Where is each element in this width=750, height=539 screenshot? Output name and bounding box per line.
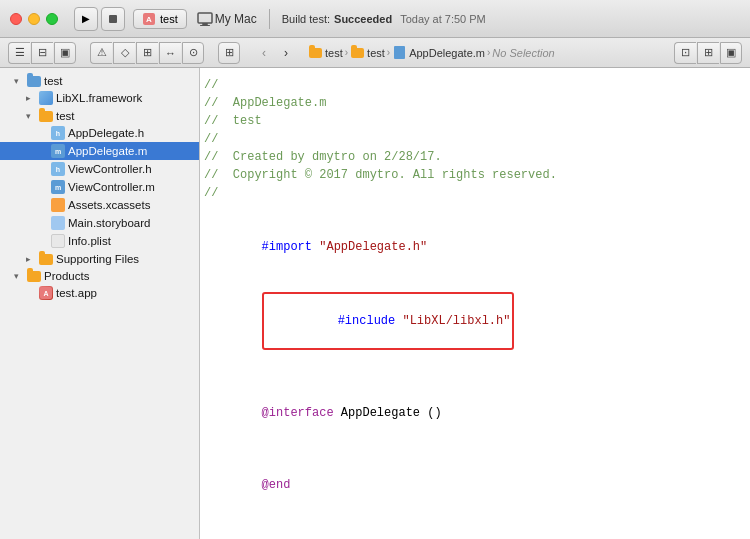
code-line-15 (200, 512, 750, 530)
build-label: Build test: (282, 13, 330, 25)
sidebar-item-storyboard[interactable]: Main.storyboard (0, 214, 199, 232)
disclosure-test-folder (26, 111, 36, 121)
code-line-7: // (200, 184, 750, 202)
folder-yellow-icon (39, 111, 53, 122)
warn-btn[interactable]: ⚠ (90, 42, 112, 64)
run-button[interactable]: ▶ (74, 7, 98, 31)
nav-forward-btn[interactable]: › (276, 43, 296, 63)
sidebar-label-products: Products (44, 270, 89, 282)
sidebar-label-supporting: Supporting Files (56, 253, 139, 265)
build-status-text: Succeeded (334, 13, 392, 25)
scheme-selector[interactable]: A test (133, 9, 187, 29)
breadcrumb-sep-1: › (345, 47, 348, 58)
code-line-6: // Copyright © 2017 dmytro. All rights r… (200, 166, 750, 184)
code-line-3: // test (200, 112, 750, 130)
breakpoint-btn[interactable]: ◇ (113, 42, 135, 64)
code-line-10: #include "LibXL/libxl.h" (200, 274, 750, 368)
sidebar-item-testapp[interactable]: A test.app (0, 284, 199, 302)
view-toggle-group: ⚠ ◇ ⊞ ↔ ⊙ (90, 42, 204, 64)
code-content-15 (200, 512, 750, 530)
sidebar-item-appdelegate-m[interactable]: m AppDelegate.m (0, 142, 199, 160)
storyboard-icon (51, 216, 65, 230)
nav-back-btn[interactable]: ‹ (254, 43, 274, 63)
code-line-8 (200, 202, 750, 220)
minimize-button[interactable] (28, 13, 40, 25)
sidebar-item-infoplist[interactable]: Info.plist (0, 232, 199, 250)
sidebar-label-assets: Assets.xcassets (68, 199, 150, 211)
code-content-9: #import "AppDelegate.h" (200, 220, 750, 274)
m-file-icon-1: m (51, 144, 65, 158)
h-file-icon-2: h (51, 162, 65, 176)
code-editor[interactable]: // // AppDelegate.m // test // // Create… (200, 68, 750, 539)
sidebar-item-test-root[interactable]: test (0, 72, 199, 89)
code-line-5: // Created by dmytro on 2/28/17. (200, 148, 750, 166)
breadcrumb-item-test2[interactable]: test (350, 46, 385, 60)
h-file-icon-1: h (51, 126, 65, 140)
breadcrumb-bar: test › test › AppDelegate.m › No Selecti… (308, 46, 670, 60)
code-line-14: @end (200, 458, 750, 512)
sidebar-item-test-folder[interactable]: test (0, 107, 199, 124)
monitor-icon (197, 11, 213, 27)
maximize-button[interactable] (46, 13, 58, 25)
code-content-2: // AppDelegate.m (200, 94, 750, 112)
show-inspector-btn[interactable]: ⊞ (697, 42, 719, 64)
code-content-11 (200, 368, 750, 386)
device-name: My Mac (215, 12, 257, 26)
code-content-3: // test (200, 112, 750, 130)
toggle-debug-btn[interactable]: ⊟ (31, 42, 53, 64)
toggle-navigator-btn[interactable]: ☰ (8, 42, 30, 64)
main-layout: test LibXL.framework test h AppDelegate.… (0, 68, 750, 539)
sidebar-item-libxl[interactable]: LibXL.framework (0, 89, 199, 107)
sidebar-label-viewcontroller-m: ViewController.m (68, 181, 155, 193)
scheme-name: test (160, 13, 178, 25)
svg-rect-4 (200, 25, 210, 26)
history-btn[interactable]: ⊙ (182, 42, 204, 64)
svg-rect-2 (198, 13, 212, 23)
disclosure-supporting (26, 254, 36, 264)
code-content-7: // (200, 184, 750, 202)
sidebar-item-appdelegate-h[interactable]: h AppDelegate.h (0, 124, 199, 142)
sidebar-item-assets[interactable]: Assets.xcassets (0, 196, 199, 214)
breadcrumb-label-test2: test (367, 47, 385, 59)
sidebar-item-products[interactable]: Products (0, 267, 199, 284)
code-line-11 (200, 368, 750, 386)
plist-icon (51, 234, 65, 248)
code-content-5: // Created by dmytro on 2/28/17. (200, 148, 750, 166)
sidebar-label-test-folder: test (56, 110, 75, 122)
sidebar-label-libxl: LibXL.framework (56, 92, 142, 104)
code-content-16: @implementation AppDelegate (200, 530, 750, 539)
breadcrumb-sep-2: › (387, 47, 390, 58)
show-utilities-right-btn[interactable]: ▣ (720, 42, 742, 64)
code-content-8 (200, 202, 750, 220)
nav-arrows: ‹ › (254, 43, 296, 63)
close-button[interactable] (10, 13, 22, 25)
related-btn[interactable]: ↔ (159, 42, 181, 64)
sidebar-item-viewcontroller-m[interactable]: m ViewController.m (0, 178, 199, 196)
file-navigator: test LibXL.framework test h AppDelegate.… (0, 68, 200, 539)
breadcrumb-item-file[interactable]: AppDelegate.m (392, 46, 485, 60)
breadcrumb-item-test[interactable]: test (308, 46, 343, 60)
breadcrumb-folder2-icon (350, 46, 364, 60)
code-line-1: // (200, 76, 750, 94)
code-content-13 (200, 440, 750, 458)
sidebar-label-viewcontroller-h: ViewController.h (68, 163, 152, 175)
sidebar-label-appdelegate-m: AppDelegate.m (68, 145, 147, 157)
disclosure-libxl (26, 93, 36, 103)
toggle-utilities-btn[interactable]: ▣ (54, 42, 76, 64)
sidebar-label-testapp: test.app (56, 287, 97, 299)
right-panel-toggle: ⊡ ⊞ ▣ (674, 42, 742, 64)
sidebar-label-test-root: test (44, 75, 63, 87)
sidebar-item-supporting[interactable]: Supporting Files (0, 250, 199, 267)
code-content-4: // (200, 130, 750, 148)
svg-text:A: A (146, 15, 152, 24)
breadcrumb-no-selection: No Selection (492, 47, 554, 59)
framework-icon (39, 91, 53, 105)
sidebar-label-storyboard: Main.storyboard (68, 217, 150, 229)
traffic-lights (10, 13, 58, 25)
diff-btn[interactable]: ⊞ (136, 42, 158, 64)
grid-view-btn[interactable]: ⊞ (218, 42, 240, 64)
stop-button[interactable] (101, 7, 125, 31)
code-line-16: @implementation AppDelegate (200, 530, 750, 539)
show-navigator-right-btn[interactable]: ⊡ (674, 42, 696, 64)
sidebar-item-viewcontroller-h[interactable]: h ViewController.h (0, 160, 199, 178)
